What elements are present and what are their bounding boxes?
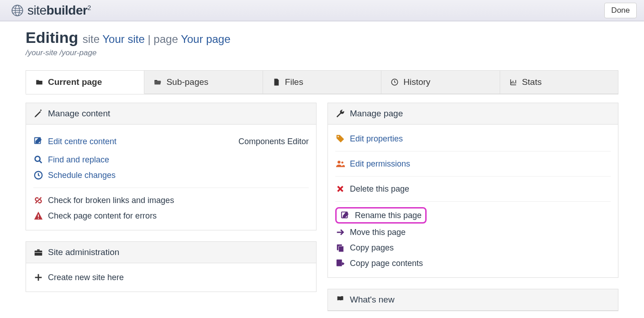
edit-permissions-link[interactable]: Edit permissions xyxy=(350,159,410,169)
path-page[interactable]: your-page xyxy=(62,48,96,57)
search-icon xyxy=(33,155,43,165)
page-title: Editing site Your site | page Your page xyxy=(26,29,618,47)
copy-pages-link[interactable]: Copy pages xyxy=(350,243,394,253)
copy-icon xyxy=(335,243,345,253)
svg-rect-16 xyxy=(338,246,343,252)
logo: sitebuilder2 xyxy=(11,3,91,18)
top-bar: sitebuilder2 Done xyxy=(0,0,644,21)
path-site[interactable]: your-site xyxy=(28,48,58,57)
edit-centre-content-link[interactable]: Edit centre content xyxy=(48,137,116,146)
tab-stats[interactable]: Stats xyxy=(500,70,618,94)
flag-icon xyxy=(335,295,345,305)
whats-new-panel: What's new xyxy=(327,289,618,311)
create-site-link[interactable]: Create new site here xyxy=(48,273,124,282)
edit-properties-link[interactable]: Edit properties xyxy=(350,134,403,144)
tab-history[interactable]: History xyxy=(381,70,500,94)
panel-title: Site administration xyxy=(48,247,119,257)
site-link[interactable]: Your site xyxy=(102,33,145,45)
folder-open-icon xyxy=(153,78,162,86)
clock-icon xyxy=(33,170,43,180)
plus-icon xyxy=(33,272,43,282)
logo-text: sitebuilder2 xyxy=(27,3,91,18)
copy-contents-icon xyxy=(335,258,345,268)
tab-files[interactable]: Files xyxy=(263,70,381,94)
tabs: Current page Sub-pages Files History Sta… xyxy=(26,70,618,94)
site-admin-panel: Site administration Create new site here xyxy=(26,241,317,292)
svg-point-12 xyxy=(338,161,340,163)
chart-icon xyxy=(509,78,517,86)
briefcase-icon xyxy=(33,247,43,257)
edit-icon xyxy=(33,136,43,146)
svg-rect-10 xyxy=(35,252,42,253)
find-replace-link[interactable]: Find and replace xyxy=(48,155,109,165)
arrow-right-icon xyxy=(335,227,345,237)
rename-highlight: Rename this page xyxy=(335,207,427,224)
folder-icon xyxy=(35,78,43,86)
copy-contents-link[interactable]: Copy page contents xyxy=(350,259,423,268)
warning-icon xyxy=(33,211,43,221)
move-page-link[interactable]: Move this page xyxy=(350,228,406,237)
delete-icon xyxy=(335,184,345,194)
manage-page-panel: Manage page Edit properties Edit permiss… xyxy=(327,103,618,278)
clock-icon xyxy=(391,78,399,86)
file-icon xyxy=(272,78,280,86)
broken-link-icon xyxy=(33,195,43,205)
schedule-changes-link[interactable]: Schedule changes xyxy=(48,171,116,180)
check-errors-link[interactable]: Check page content for errors xyxy=(48,211,157,221)
wrench-icon xyxy=(335,109,345,119)
rename-page-link[interactable]: Rename this page xyxy=(355,211,422,220)
svg-point-11 xyxy=(338,136,339,137)
delete-page-link[interactable]: Delete this page xyxy=(350,184,409,194)
panel-title: What's new xyxy=(350,295,395,305)
svg-rect-17 xyxy=(337,260,342,266)
globe-icon xyxy=(11,4,24,17)
manage-content-panel: Manage content Edit centre content Compo… xyxy=(26,103,317,230)
svg-rect-8 xyxy=(38,218,39,219)
page-link[interactable]: Your page xyxy=(181,33,231,45)
breadcrumb: /your-site /your-page xyxy=(26,48,618,57)
svg-point-13 xyxy=(341,162,343,164)
svg-rect-9 xyxy=(35,250,42,255)
svg-point-5 xyxy=(35,156,40,162)
check-broken-links-link[interactable]: Check for broken links and images xyxy=(48,196,174,205)
pencil-icon xyxy=(33,109,43,119)
svg-rect-7 xyxy=(38,214,39,217)
users-icon xyxy=(335,159,345,169)
components-editor-label: Components Editor xyxy=(238,137,309,146)
panel-title: Manage page xyxy=(350,109,403,119)
panel-title: Manage content xyxy=(48,109,110,119)
rename-icon xyxy=(340,210,350,220)
tab-current-page[interactable]: Current page xyxy=(26,70,144,94)
tags-icon xyxy=(335,134,345,144)
tab-subpages[interactable]: Sub-pages xyxy=(144,70,263,94)
done-button[interactable]: Done xyxy=(604,3,637,18)
